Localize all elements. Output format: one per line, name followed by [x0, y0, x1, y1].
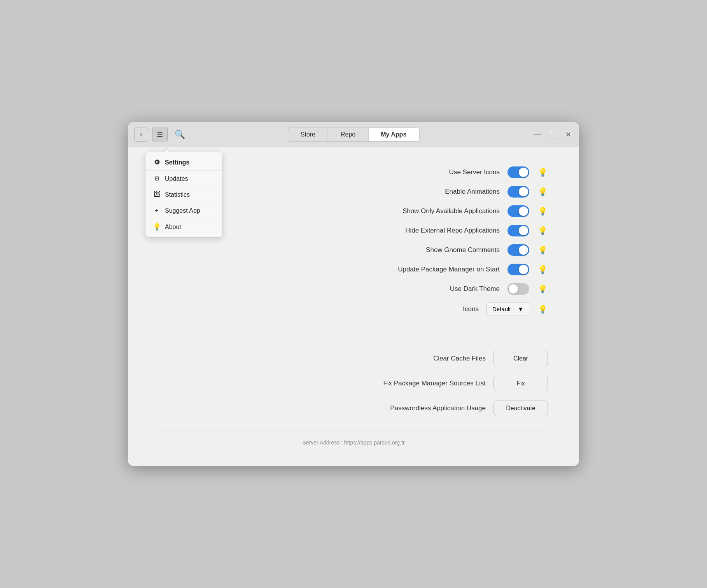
- app-window: ‹ ☰ 🔍 Store Repo My Apps — ⬜ ✕ ⚙ Setting…: [128, 122, 579, 466]
- icons-value: Default: [492, 306, 511, 312]
- titlebar-left-controls: ‹ ☰ 🔍: [134, 127, 188, 142]
- chevron-down-icon: ▼: [518, 306, 523, 312]
- gnome-comments-knob: [519, 245, 528, 255]
- menu-item-statistics[interactable]: 🖼 Statistics: [145, 187, 222, 203]
- tab-store[interactable]: Store: [288, 128, 328, 142]
- setting-row-dark-theme: Use Dark Theme 💡: [159, 279, 548, 299]
- gnome-comments-label: Show Gnome Comments: [426, 246, 500, 254]
- footer: Server Address : https://apps.pardus.org…: [159, 430, 548, 454]
- icons-dropdown-wrapper: Default ▼: [486, 303, 529, 315]
- about-icon: 💡: [152, 223, 161, 231]
- dropdown-menu: ⚙ Settings ⚙ Updates 🖼 Statistics + Sugg…: [145, 152, 223, 238]
- server-icons-knob: [519, 168, 528, 177]
- show-available-label: Show Only Available Applications: [402, 207, 500, 215]
- update-pkg-label: Update Package Manager on Start: [398, 266, 500, 273]
- server-icons-toggle[interactable]: [508, 166, 529, 178]
- icons-dropdown[interactable]: Default ▼: [486, 303, 529, 315]
- animations-info-icon[interactable]: 💡: [537, 187, 548, 196]
- gnome-comments-info-icon[interactable]: 💡: [537, 245, 548, 255]
- tab-bar: Store Repo My Apps: [288, 128, 420, 142]
- setting-row-update-pkg-manager: Update Package Manager on Start 💡: [159, 260, 548, 279]
- deactivate-button[interactable]: Deactivate: [494, 401, 548, 416]
- menu-item-suggest[interactable]: + Suggest App: [145, 203, 222, 219]
- clear-cache-label: Clear Cache Files: [433, 355, 486, 362]
- menu-suggest-label: Suggest App: [165, 207, 200, 214]
- menu-updates-label: Updates: [165, 175, 188, 182]
- animations-toggle[interactable]: [508, 186, 529, 198]
- server-icons-info-icon[interactable]: 💡: [537, 168, 548, 177]
- action-row-fix-sources: Fix Package Manager Sources List Fix: [159, 372, 548, 395]
- server-icons-label: Use Server Icons: [449, 168, 500, 176]
- hide-external-label: Hide External Repo Applications: [405, 227, 500, 234]
- animations-label: Enable Animations: [445, 188, 500, 196]
- tab-repo[interactable]: Repo: [328, 128, 368, 142]
- menu-button[interactable]: ☰: [152, 127, 168, 142]
- search-button[interactable]: 🔍: [172, 128, 188, 141]
- maximize-button[interactable]: ⬜: [548, 129, 559, 140]
- update-pkg-knob: [519, 265, 528, 274]
- statistics-icon: 🖼: [152, 191, 161, 199]
- setting-row-gnome-comments: Show Gnome Comments 💡: [159, 240, 548, 260]
- show-available-knob: [519, 206, 528, 216]
- fix-sources-button[interactable]: Fix: [494, 376, 548, 391]
- menu-settings-label: Settings: [165, 159, 189, 166]
- show-available-info-icon[interactable]: 💡: [537, 206, 548, 216]
- content-area: ⚙ Settings ⚙ Updates 🖼 Statistics + Sugg…: [128, 147, 579, 466]
- dark-theme-info-icon[interactable]: 💡: [537, 284, 548, 294]
- minimize-button[interactable]: —: [533, 129, 543, 140]
- show-available-toggle[interactable]: [508, 205, 529, 217]
- icons-label: Icons: [463, 305, 479, 313]
- update-pkg-toggle[interactable]: [508, 264, 529, 275]
- window-buttons: — ⬜ ✕: [533, 129, 573, 140]
- animations-knob: [519, 187, 528, 196]
- menu-item-updates[interactable]: ⚙ Updates: [145, 171, 222, 187]
- dark-theme-toggle[interactable]: [508, 283, 529, 295]
- action-row-passwordless: Passwordless Application Usage Deactivat…: [159, 397, 548, 420]
- passwordless-label: Passwordless Application Usage: [390, 404, 486, 412]
- menu-item-about[interactable]: 💡 About: [145, 219, 222, 235]
- suggest-icon: +: [152, 207, 161, 215]
- tab-myapps[interactable]: My Apps: [368, 128, 419, 142]
- dark-theme-label: Use Dark Theme: [450, 285, 500, 293]
- titlebar: ‹ ☰ 🔍 Store Repo My Apps — ⬜ ✕: [128, 122, 579, 147]
- updates-icon: ⚙: [152, 175, 161, 183]
- settings-actions-section: Clear Cache Files Clear Fix Package Mana…: [159, 343, 548, 420]
- menu-item-settings[interactable]: ⚙ Settings: [145, 154, 222, 171]
- fix-sources-label: Fix Package Manager Sources List: [383, 380, 486, 387]
- update-pkg-info-icon[interactable]: 💡: [537, 265, 548, 274]
- icons-info-icon[interactable]: 💡: [537, 304, 548, 314]
- dark-theme-knob: [509, 284, 518, 294]
- close-button[interactable]: ✕: [564, 129, 573, 140]
- gnome-comments-toggle[interactable]: [508, 244, 529, 256]
- hide-external-toggle[interactable]: [508, 225, 529, 236]
- back-button[interactable]: ‹: [134, 128, 148, 142]
- clear-cache-button[interactable]: Clear: [494, 351, 548, 366]
- setting-row-icons: Icons Default ▼ 💡: [159, 299, 548, 319]
- menu-statistics-label: Statistics: [165, 191, 190, 198]
- server-address: Server Address : https://apps.pardus.org…: [302, 439, 404, 446]
- hide-external-knob: [519, 226, 528, 235]
- settings-icon: ⚙: [152, 158, 161, 166]
- menu-about-label: About: [165, 224, 181, 231]
- action-row-clear-cache: Clear Cache Files Clear: [159, 347, 548, 370]
- hide-external-info-icon[interactable]: 💡: [537, 226, 548, 235]
